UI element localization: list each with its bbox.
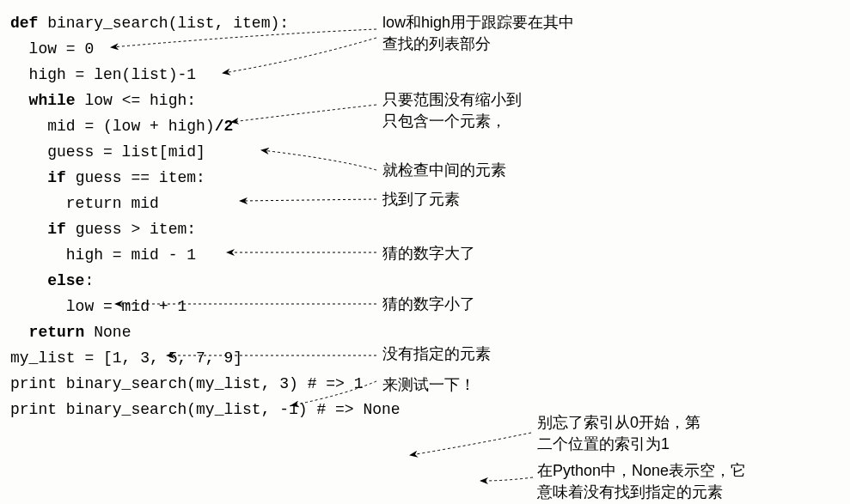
annotation-too-high: 猜的数字大了 (382, 243, 475, 264)
annotation-too-low: 猜的数字小了 (382, 294, 475, 315)
annotation-none: 在Python中，None表示空，它 意味着没有找到指定的元素 (537, 460, 746, 503)
annotation-low-high: low和high用于跟踪要在其中 查找的列表部分 (382, 12, 574, 55)
annotation-while: 只要范围没有缩小到 只包含一个元素， (382, 89, 522, 132)
annotation-not-found: 没有指定的元素 (382, 343, 491, 365)
annotation-index: 别忘了索引从0开始，第 二个位置的索引为1 (537, 412, 700, 455)
annotation-test: 来测试一下！ (382, 374, 475, 396)
annotation-mid: 就检查中间的元素 (382, 160, 506, 181)
annotation-found: 找到了元素 (382, 189, 460, 210)
annotations-layer: low和high用于跟踪要在其中 查找的列表部分 只要范围没有缩小到 只包含一个… (0, 0, 850, 504)
